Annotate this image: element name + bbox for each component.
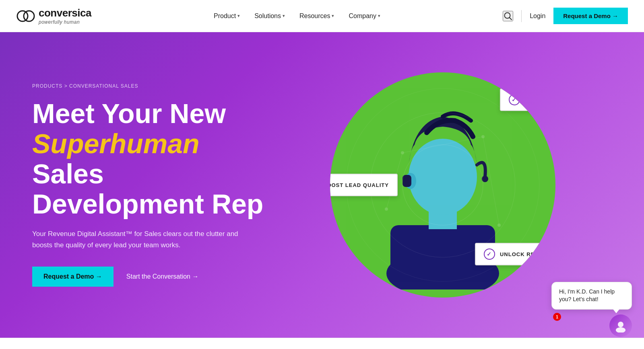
hero-section: PRODUCTS > CONVERSATIONAL SALES Meet You… [0, 32, 644, 338]
unlock-revenue-check-icon: ✓ [484, 248, 495, 260]
product-chevron-icon: ▾ [237, 13, 240, 18]
hero-content: PRODUCTS > CONVERSATIONAL SALES Meet You… [32, 83, 274, 287]
hero-circle: ✓ DELIVER ROI ✓ BOOST LEAD QUALITY ✓ UNL… [330, 72, 555, 298]
nav-solutions[interactable]: Solutions ▾ [254, 12, 285, 20]
search-button[interactable] [503, 11, 513, 21]
login-button[interactable]: Login [530, 12, 545, 20]
hero-buttons: Request a Demo → Start the Conversation … [32, 267, 274, 287]
badge-deliver-roi-label: DELIVER ROI [525, 97, 555, 103]
badge-unlock-revenue-label: UNLOCK REVENUE [500, 251, 555, 257]
chat-avatar-button[interactable] [609, 314, 632, 337]
breadcrumb: PRODUCTS > CONVERSATIONAL SALES [32, 83, 274, 89]
svg-line-11 [402, 137, 483, 153]
search-icon [504, 12, 512, 21]
hero-title-line3: Development Rep [32, 189, 263, 219]
navbar-right-actions: Login Request a Demo → [503, 8, 628, 24]
navbar: conversica powerfully human Product ▾ So… [0, 0, 644, 32]
svg-point-1 [24, 11, 34, 21]
navbar-nav-items: Product ▾ Solutions ▾ Resources ▾ Compan… [214, 12, 380, 20]
chat-bubble: Hi, I'm K.D. Can I help you? Let's chat! [551, 282, 632, 310]
bottom-bar: WE POWER THE SALES TEAMS OF LEADING COMP… [0, 338, 644, 349]
svg-line-3 [510, 17, 512, 20]
hero-demo-button[interactable]: Request a Demo → [32, 267, 114, 287]
hero-title: Meet Your New Superhuman Sales Developme… [32, 99, 274, 219]
company-chevron-icon: ▾ [378, 13, 380, 18]
nav-product[interactable]: Product ▾ [214, 12, 240, 20]
navbar-demo-button[interactable]: Request a Demo → [553, 8, 628, 24]
badge-deliver-roi: ✓ DELIVER ROI [500, 88, 555, 111]
svg-line-13 [483, 137, 499, 225]
hero-illustration: ✓ DELIVER ROI ✓ BOOST LEAD QUALITY ✓ UNL… [274, 64, 612, 306]
nav-divider [521, 10, 522, 22]
svg-point-21 [618, 322, 623, 327]
badge-boost-lead-label: BOOST LEAD QUALITY [330, 182, 389, 188]
logo-text: conversica powerfully human [39, 7, 91, 25]
badge-unlock-revenue: ✓ UNLOCK REVENUE [475, 243, 555, 265]
chat-notification-badge: 1 [553, 313, 561, 321]
svg-point-22 [616, 327, 625, 333]
resources-chevron-icon: ▾ [332, 13, 334, 18]
logo-name: conversica [39, 7, 91, 19]
svg-point-0 [17, 11, 28, 21]
badge-boost-lead-quality: ✓ BOOST LEAD QUALITY [330, 174, 398, 196]
hero-conversation-button[interactable]: Start the Conversation → [126, 273, 199, 280]
hero-subtitle: Your Revenue Digital Assistant™ for Sale… [32, 228, 242, 250]
chat-avatar-container: 1 [551, 314, 632, 337]
svg-point-4 [402, 145, 483, 225]
nav-company[interactable]: Company ▾ [349, 12, 380, 20]
chat-widget: Hi, I'm K.D. Can I help you? Let's chat!… [551, 282, 632, 337]
logo-tagline: powerfully human [39, 19, 91, 25]
logo-icon [16, 6, 35, 26]
hero-title-superhuman: Superhuman [32, 128, 200, 159]
chat-avatar-icon [614, 319, 627, 333]
navbar-logo-area: conversica powerfully human [16, 6, 91, 26]
deliver-roi-check-icon: ✓ [509, 94, 520, 105]
solutions-chevron-icon: ▾ [283, 13, 285, 18]
nav-resources[interactable]: Resources ▾ [299, 12, 334, 20]
hero-title-line1: Meet Your New [32, 98, 226, 129]
hero-title-line2: Sales [32, 158, 104, 189]
